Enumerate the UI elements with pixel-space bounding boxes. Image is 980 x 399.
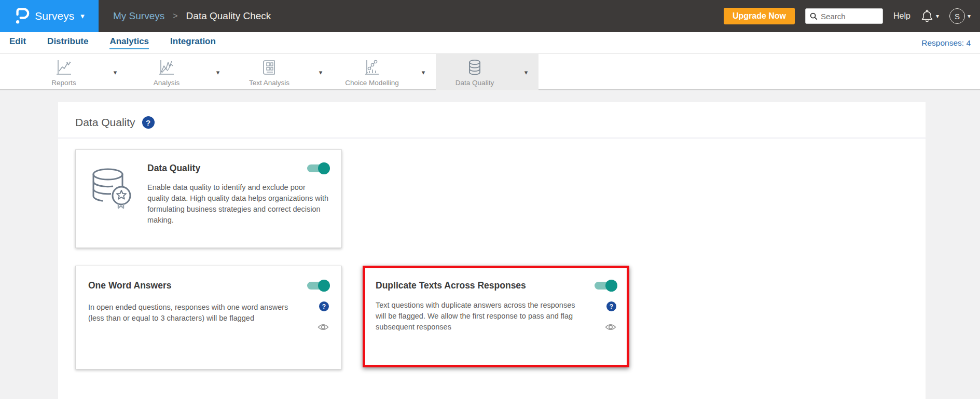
one-word-answers-help-icon[interactable]: ? [319, 301, 329, 311]
breadcrumb: My Surveys > Data Quality Check [113, 10, 271, 22]
tab-choice-modelling-dropdown[interactable]: ▾ [411, 54, 436, 90]
duplicate-texts-card-highlighted: Duplicate Texts Across Responses Text qu… [363, 266, 629, 367]
duplicate-texts-help-icon[interactable]: ? [606, 301, 616, 311]
tab-text-analysis-dropdown[interactable]: ▾ [308, 54, 333, 90]
tab-label: Choice Modelling [345, 79, 399, 87]
surveys-product-menu[interactable]: Surveys ▾ [0, 0, 99, 32]
card-title: Data Quality [147, 162, 200, 174]
breadcrumb-separator: > [173, 11, 177, 21]
questionpro-logo-icon [14, 6, 30, 26]
tab-analysis[interactable]: Analysis [128, 54, 205, 90]
account-menu[interactable]: S ▾ [949, 8, 971, 24]
analytics-tab-bar: Reports ▾ Analysis ▾ Text An [0, 54, 980, 90]
data-quality-card: Data Quality Enable data quality to iden… [75, 149, 342, 248]
tab-label: Reports [51, 79, 76, 87]
scatter-chart-icon [363, 58, 381, 77]
database-badge-icon [88, 166, 136, 211]
card-description: In open ended questions, responses with … [88, 302, 300, 324]
tab-label: Analysis [154, 79, 180, 87]
top-header: Surveys ▾ My Surveys > Data Quality Chec… [0, 0, 980, 32]
one-word-answers-toggle[interactable] [307, 282, 329, 290]
tab-reports[interactable]: Reports [25, 54, 103, 90]
tab-integration[interactable]: Integration [170, 36, 216, 49]
tab-analysis-dropdown[interactable]: ▾ [205, 54, 230, 90]
avatar-initial: S [955, 12, 960, 21]
notifications-menu[interactable]: ▾ [921, 9, 939, 23]
search-box[interactable] [805, 8, 883, 24]
page-title: Data Quality [75, 116, 135, 129]
tab-label: Text Analysis [249, 79, 289, 87]
toggle-knob [318, 162, 330, 174]
tab-analytics[interactable]: Analytics [109, 36, 149, 49]
help-link[interactable]: Help [893, 11, 910, 21]
tab-data-quality[interactable]: Data Quality [436, 54, 514, 90]
tab-group-data-quality: Data Quality ▾ [436, 54, 539, 90]
tab-group-text-analysis: Text Analysis ▾ [230, 54, 333, 90]
card-description: Text questions with duplicate answers ac… [376, 300, 587, 333]
card-title: One Word Answers [88, 280, 171, 291]
content-area: Data Quality ? Data Quality [0, 90, 980, 399]
database-icon [465, 58, 484, 77]
data-quality-help-icon[interactable]: ? [142, 116, 155, 129]
tab-group-choice-modelling: Choice Modelling ▾ [333, 54, 436, 90]
search-input[interactable] [821, 12, 875, 21]
chevron-down-icon: ▾ [968, 12, 971, 20]
chevron-down-icon: ▾ [80, 11, 85, 21]
breadcrumb-my-surveys[interactable]: My Surveys [113, 10, 164, 22]
chevron-down-icon: ▾ [936, 12, 939, 20]
tab-group-analysis: Analysis ▾ [128, 54, 230, 90]
duplicate-texts-toggle[interactable] [595, 282, 616, 290]
avatar: S [949, 8, 965, 24]
card-title: Duplicate Texts Across Responses [376, 280, 526, 291]
upgrade-now-button[interactable]: Upgrade Now [724, 8, 795, 24]
tab-reports-dropdown[interactable]: ▾ [103, 54, 128, 90]
preview-eye-icon[interactable] [318, 323, 329, 331]
preview-eye-icon[interactable] [605, 323, 616, 331]
tab-data-quality-dropdown[interactable]: ▾ [514, 54, 539, 90]
newspaper-icon [260, 58, 279, 77]
tab-group-reports: Reports ▾ [25, 54, 128, 90]
responses-count[interactable]: Responses: 4 [921, 38, 971, 48]
data-quality-panel: Data Quality ? Data Quality [58, 102, 926, 399]
search-icon [810, 12, 818, 20]
tab-text-analysis[interactable]: Text Analysis [230, 54, 308, 90]
one-word-answers-card: One Word Answers In open ended questions… [75, 266, 342, 369]
line-chart-icon [54, 58, 73, 77]
survey-section-nav: Edit Distribute Analytics Integration Re… [0, 32, 980, 54]
tab-edit[interactable]: Edit [9, 36, 26, 49]
toggle-knob [318, 280, 330, 292]
multi-line-chart-icon [157, 58, 176, 77]
card-description: Enable data quality to identify and excl… [147, 182, 329, 226]
toggle-knob [605, 280, 617, 292]
data-quality-toggle[interactable] [307, 164, 329, 172]
product-label: Surveys [35, 10, 74, 22]
breadcrumb-current-survey: Data Quality Check [186, 10, 271, 22]
tab-label: Data Quality [456, 79, 494, 87]
tab-choice-modelling[interactable]: Choice Modelling [333, 54, 411, 90]
tab-distribute[interactable]: Distribute [47, 36, 88, 49]
bell-icon [921, 9, 933, 23]
